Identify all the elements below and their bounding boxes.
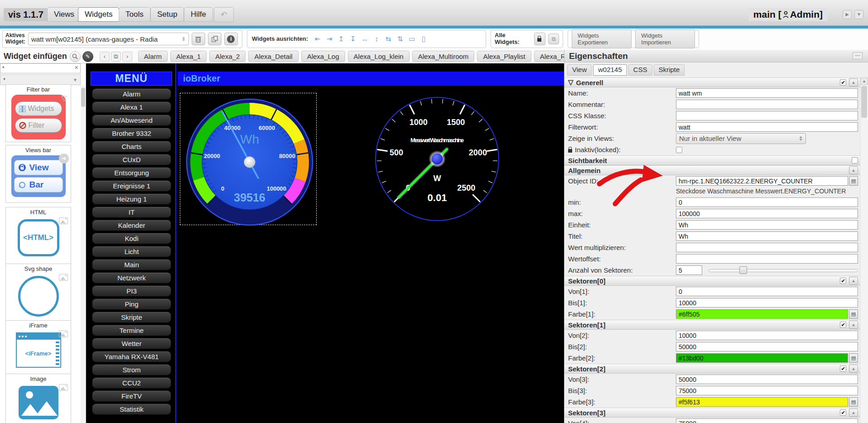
search-icon[interactable] [70,51,81,62]
undo-arrow-icon[interactable]: ↶ [214,7,234,22]
menu-button[interactable]: Licht [92,246,171,257]
view-tab-alexa_1[interactable]: Alexa_1 [170,51,207,62]
same-height-icon[interactable]: ▯ [419,35,429,43]
locked-checkbox[interactable] [676,147,682,153]
grip-icon[interactable]: ┄┄ [853,52,863,59]
clear-filter-icon[interactable]: ✕ [74,65,78,71]
palette-card-svg-shape[interactable]: Svg shape [5,264,71,323]
property-input-farbe1[interactable] [676,309,848,319]
palette-scrollbar[interactable] [81,86,86,423]
select-id-icon[interactable]: ▤ [849,397,858,407]
align-right-icon[interactable]: ⇥ [324,35,334,43]
menu-button[interactable]: Main [92,259,171,270]
center-horizontal-icon[interactable]: ↔ [360,35,370,43]
menu-button[interactable]: Ereignisse 1 [92,180,171,192]
panel-tab-view[interactable]: View [567,64,592,76]
export-icon[interactable]: ⧉ [548,34,559,44]
property-input-bis2[interactable] [676,342,858,351]
lock-icon[interactable] [534,33,546,45]
menu-button[interactable]: Yamaha RX-V481 [92,351,171,362]
property-select[interactable]: Nur in aktueller View⇕ [676,133,806,144]
menu-hilfe[interactable]: Hilfe [184,7,213,22]
property-input-filterwort[interactable] [676,122,858,132]
menu-button[interactable]: IT [92,207,171,218]
collapse-icon[interactable]: ▲ [849,409,858,417]
menu-button[interactable]: Statistik [92,404,171,415]
section-checkbox[interactable]: ✔ [840,409,846,416]
menu-button[interactable]: Wetter [92,338,171,349]
distribute-horizontal-icon[interactable]: ⇆ [383,35,393,43]
menu-button[interactable]: Entsorgung [92,167,171,178]
collapse-icon[interactable]: ▲ [849,277,858,285]
left-gauge-widget[interactable]: 020000400006000080000100000Wh39516 [184,96,315,228]
property-input-einheit[interactable] [676,220,858,230]
palette-card-views-bar[interactable]: Views bar ➜ View Bar [5,145,71,203]
info-icon[interactable]: i [224,33,238,45]
copy-icon[interactable] [208,33,222,45]
section-checkbox[interactable]: ✔ [840,79,846,86]
prev-view-icon[interactable]: ‹ [100,52,110,62]
sector-count-input[interactable] [676,265,702,275]
menu-views[interactable]: Views [47,7,81,22]
align-bottom-icon[interactable]: ↧ [348,35,358,43]
property-input-von2[interactable] [676,331,858,340]
menu-setup[interactable]: Setup [150,7,184,22]
property-input-von1[interactable] [676,287,858,296]
collapse-icon[interactable]: ▲ [849,365,858,373]
menu-button[interactable]: Kalender [92,220,171,231]
property-input-bis1[interactable] [676,298,858,308]
menu-button[interactable]: Netzwerk [92,272,171,284]
property-input-name[interactable] [676,88,858,98]
sector-count-slider[interactable] [709,266,858,274]
view-tab-alexa_2[interactable]: Alexa_2 [209,51,246,62]
view-tab-alexa_routinen[interactable]: Alexa_Routinen [534,51,564,62]
collapse-icon[interactable]: ▲ [849,166,858,174]
dropdown-icon[interactable]: ▼ [854,10,863,19]
property-input-kommentar[interactable] [676,100,858,109]
right-gauge-widget[interactable]: 05001000150020002500Messwert Waschmaschi… [374,96,501,222]
property-input-max[interactable] [676,209,858,218]
palette-set-select[interactable]: *▼ [0,74,81,85]
panel-tab-css[interactable]: CSS [628,64,652,76]
property-input-min[interactable] [676,197,858,207]
panel-tab-w02145[interactable]: w02145 [593,64,627,76]
align-top-icon[interactable]: ↥ [336,35,346,43]
property-input-wertmultiplizieren[interactable] [676,243,858,252]
menu-button[interactable]: CCU2 [92,377,171,389]
select-id-icon[interactable]: ▤ [849,309,858,319]
collapse-icon[interactable]: ▲ [849,321,858,329]
section-checkbox[interactable]: ✔ [840,278,846,284]
menu-button[interactable]: Ping [92,298,171,310]
property-input-titel[interactable] [676,231,858,241]
menu-button[interactable]: Charts [92,141,171,152]
next-view-icon[interactable]: › [122,52,132,62]
property-input-von3[interactable] [676,375,858,384]
view-tab-alexa_log[interactable]: Alexa_Log [301,51,345,62]
section-checkbox[interactable] [852,157,858,163]
section-checkbox[interactable]: ✔ [840,322,846,328]
palette-filter-input[interactable] [0,63,81,73]
menu-button[interactable]: Kodi [92,233,171,244]
menu-button[interactable]: CUxD [92,154,171,165]
play-icon[interactable]: ▶ [843,10,852,19]
tag-icon[interactable]: ✎ [82,51,93,62]
menu-widgets[interactable]: Widgets [78,7,119,22]
property-input-objectid[interactable] [676,176,848,186]
property-input-bis3[interactable] [676,386,858,395]
menu-button[interactable]: Skripte [92,312,171,323]
property-input-farbe3[interactable] [676,397,848,407]
same-width-icon[interactable]: ▭ [407,35,417,43]
align-left-icon[interactable]: ⇤ [313,35,323,43]
property-input-wertoffset[interactable] [676,254,858,264]
palette-card-html[interactable]: HTML <HTML> [5,207,71,265]
menu-button[interactable]: Alexa 1 [92,101,171,113]
view-tab-alexa_detail[interactable]: Alexa_Detail [248,51,298,62]
menu-button[interactable]: Brother 9332 [92,128,171,139]
distribute-vertical-icon[interactable]: ⇅ [395,35,405,43]
menu-button[interactable]: Termine [92,325,171,336]
palette-card-filter-bar[interactable]: Filter bar ▽ Widgets Filter [5,84,71,142]
copy-view-icon[interactable]: ⧉ [111,52,121,62]
property-input-farbe2[interactable] [676,353,848,363]
palette-card-image[interactable]: Image [5,374,71,423]
menu-button[interactable]: Alarm [92,88,171,100]
